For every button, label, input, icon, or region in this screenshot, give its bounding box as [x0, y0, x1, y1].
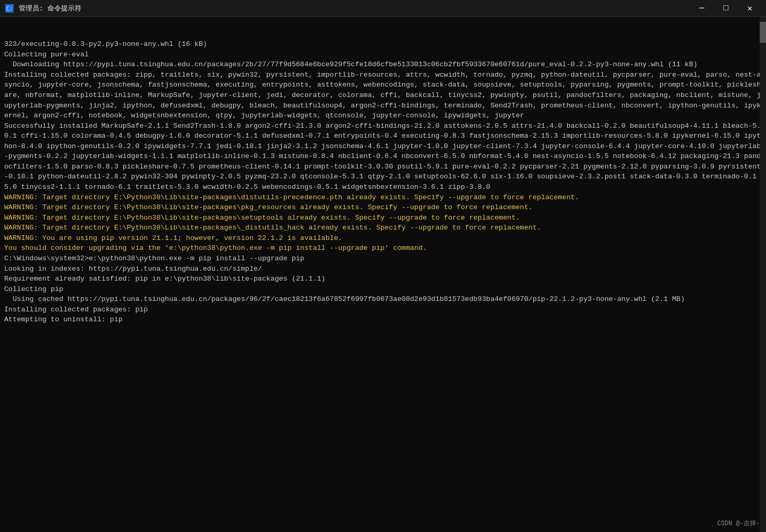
titlebar: C: 管理员: 命令提示符 ─ □ ✕	[0, 0, 766, 17]
cmd-window: C: 管理员: 命令提示符 ─ □ ✕ 323/executing-0.8.3-…	[0, 0, 766, 532]
window-title: 管理员: 命令提示符	[19, 4, 690, 13]
svg-text:C:: C:	[6, 6, 13, 11]
terminal-line: Requirement already satisfied: pip in e:…	[4, 274, 762, 284]
cmd-icon: C:	[4, 3, 15, 14]
terminal-line: Successfully installed MarkupSafe-2.1.1 …	[4, 121, 762, 192]
terminal-line: Downloading https://pypi.tuna.tsinghua.e…	[4, 59, 762, 70]
terminal-line: WARNING: Target directory E:\Python38\Li…	[4, 213, 762, 223]
close-button[interactable]: ✕	[738, 0, 762, 17]
window-controls: ─ □ ✕	[690, 0, 762, 17]
scrollbar-thumb[interactable]	[760, 22, 766, 43]
terminal-line: C:\Windows\system32>e:\python38\python.e…	[4, 253, 762, 264]
minimize-button[interactable]: ─	[690, 0, 714, 17]
terminal-line: You should consider upgrading via the 'e…	[4, 243, 762, 253]
terminal-line: WARNING: You are using pip version 21.1.…	[4, 233, 762, 244]
terminal-line: Installing collected packages: pip	[4, 305, 762, 315]
terminal-line: Using cached https://pypi.tuna.tsinghua.…	[4, 294, 762, 305]
terminal-line: WARNING: Target directory E:\Python38\Li…	[4, 192, 762, 203]
terminal-line: WARNING: Target directory E:\Python38\Li…	[4, 202, 762, 213]
terminal-line: WARNING: Target directory E:\Python38\Li…	[4, 223, 762, 233]
scrollbar[interactable]	[760, 17, 766, 532]
terminal-line: Collecting pure-eval	[4, 50, 762, 60]
terminal-output: 323/executing-0.8.3-py2.py3-none-any.whl…	[0, 17, 766, 532]
watermark: CSDN @-吉择-	[717, 519, 760, 528]
terminal-line: Looking in indexes: https://pypi.tuna.ts…	[4, 264, 762, 274]
maximize-button[interactable]: □	[714, 0, 738, 17]
terminal-line: Attempting to uninstall: pip	[4, 315, 762, 325]
terminal-line: Installing collected packages: zipp, tra…	[4, 70, 762, 121]
terminal-line: Collecting pip	[4, 284, 762, 295]
terminal-line: 323/executing-0.8.3-py2.py3-none-any.whl…	[4, 39, 762, 50]
